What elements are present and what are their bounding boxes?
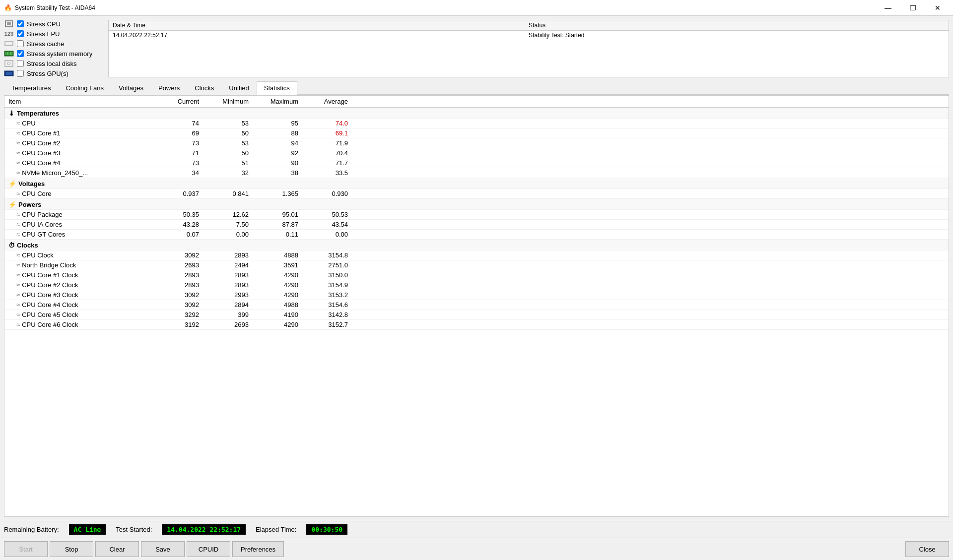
minimize-button[interactable]: —	[877, 0, 899, 16]
stats-item-row: ≈CPU Clock3092289348883154.8	[4, 250, 949, 260]
item-min: 2693	[203, 320, 253, 330]
row-spacer	[352, 158, 949, 168]
tab-unified[interactable]: Unified	[221, 81, 256, 95]
stress-cpu-icon	[4, 20, 14, 28]
item-name: ≈CPU Core #2	[4, 138, 153, 148]
svg-rect-7	[10, 52, 11, 55]
tab-clocks[interactable]: Clocks	[187, 81, 221, 95]
stats-item-row: ≈CPU Core0.9370.8411.3650.930	[4, 189, 949, 199]
log-panel: Date & Time Status 14.04.2022 22:52:17St…	[108, 20, 949, 77]
item-min: 7.50	[203, 220, 253, 230]
tab-voltages[interactable]: Voltages	[111, 81, 151, 95]
item-name: ≈CPU IA Cores	[4, 220, 153, 230]
item-max: 4888	[253, 250, 302, 260]
stress-item-stress-cpu: Stress CPU	[4, 20, 103, 28]
stats-item-row: ≈CPU Core #3 Clock3092299342903153.2	[4, 290, 949, 300]
stress-gpu-icon	[4, 69, 14, 77]
item-name: ≈CPU Core #3	[4, 148, 153, 158]
item-avg: 3154.6	[302, 300, 352, 310]
item-current: 71	[153, 148, 203, 158]
stress-gpu-checkbox[interactable]	[17, 70, 24, 77]
stress-fpu-checkbox[interactable]	[17, 30, 24, 37]
item-current: 3092	[153, 250, 203, 260]
stats-item-row: ≈CPU Core #4 Clock3092289449883154.6	[4, 300, 949, 310]
clear-button[interactable]: Clear	[95, 541, 139, 557]
stress-fpu-label: Stress FPU	[27, 30, 60, 38]
row-spacer	[352, 189, 949, 199]
stress-cpu-label: Stress CPU	[27, 20, 61, 28]
item-min: 2993	[203, 290, 253, 300]
col-current: Current	[153, 96, 203, 108]
stats-table: Item Current Minimum Maximum Average 🌡Te…	[4, 96, 949, 330]
log-status: Stability Test: Started	[525, 31, 949, 40]
test-started-value: 14.04.2022 22:52:17	[162, 524, 246, 535]
item-current: 3092	[153, 290, 203, 300]
item-name: ≈CPU	[4, 119, 153, 128]
item-current: 2893	[153, 270, 203, 280]
stress-item-stress-memory: Stress system memory	[4, 50, 103, 58]
item-current: 3092	[153, 300, 203, 310]
item-current: 3192	[153, 320, 203, 330]
item-max: 95.01	[253, 210, 302, 220]
group-row-voltages: ⚡Voltages	[4, 178, 949, 189]
tab-statistics[interactable]: Statistics	[257, 81, 297, 95]
stats-item-row: ≈CPU Core #1 Clock2893289342903150.0	[4, 270, 949, 280]
item-min: 2893	[203, 280, 253, 290]
top-section: Stress CPU123Stress FPUStress cacheStres…	[4, 20, 949, 77]
row-spacer	[352, 230, 949, 240]
close-button-bar[interactable]: Close	[905, 541, 949, 557]
tab-powers[interactable]: Powers	[151, 81, 187, 95]
close-button[interactable]: ✕	[926, 0, 949, 16]
col-max: Maximum	[253, 96, 302, 108]
stats-item-row: ≈CPU Core #273539471.9	[4, 138, 949, 148]
group-row-temperatures: 🌡Temperatures	[4, 108, 949, 119]
stress-fpu-icon: 123	[4, 30, 14, 38]
item-avg: 33.5	[302, 168, 352, 178]
item-current: 0.07	[153, 230, 203, 240]
start-button[interactable]: Start	[4, 541, 48, 557]
cpuid-button[interactable]: CPUID	[187, 541, 230, 557]
item-max: 38	[253, 168, 302, 178]
stress-gpu-label: Stress GPU(s)	[27, 70, 68, 77]
row-spacer	[352, 168, 949, 178]
item-min: 2494	[203, 260, 253, 270]
item-current: 2693	[153, 260, 203, 270]
stats-item-row: ≈CPU Core #6 Clock3192269342903152.7	[4, 320, 949, 330]
save-button[interactable]: Save	[141, 541, 185, 557]
preferences-button[interactable]: Preferences	[232, 541, 284, 557]
item-avg: 0.930	[302, 189, 352, 199]
item-min: 12.62	[203, 210, 253, 220]
item-min: 2893	[203, 250, 253, 260]
item-max: 4290	[253, 270, 302, 280]
item-name: ≈North Bridge Clock	[4, 260, 153, 270]
stress-cpu-checkbox[interactable]	[17, 20, 24, 27]
battery-label: Remaining Battery:	[4, 526, 59, 533]
item-avg: 50.53	[302, 210, 352, 220]
item-current: 43.28	[153, 220, 203, 230]
item-avg: 74.0	[302, 119, 352, 128]
item-current: 3292	[153, 310, 203, 320]
row-spacer	[352, 320, 949, 330]
row-spacer	[352, 270, 949, 280]
maximize-button[interactable]: ❐	[901, 0, 924, 16]
stress-memory-checkbox[interactable]	[17, 50, 24, 57]
item-current: 73	[153, 138, 203, 148]
tab-temperatures[interactable]: Temperatures	[4, 81, 58, 95]
item-name: ≈CPU Core #1	[4, 128, 153, 138]
stress-cache-checkbox[interactable]	[17, 40, 24, 47]
item-max: 90	[253, 158, 302, 168]
item-avg: 0.00	[302, 230, 352, 240]
tab-cooling-fans[interactable]: Cooling Fans	[58, 81, 111, 95]
stress-disks-checkbox[interactable]	[17, 60, 24, 67]
stress-item-stress-gpu: Stress GPU(s)	[4, 69, 103, 77]
svg-rect-1	[7, 22, 11, 25]
row-spacer	[352, 119, 949, 128]
item-avg: 69.1	[302, 128, 352, 138]
item-name: ≈CPU Core #1 Clock	[4, 270, 153, 280]
log-col-datetime: Date & Time	[109, 20, 525, 31]
item-min: 2894	[203, 300, 253, 310]
stress-cache-label: Stress cache	[27, 40, 64, 48]
stop-button[interactable]: Stop	[50, 541, 93, 557]
stress-cache-icon	[4, 40, 14, 48]
stats-scroll[interactable]: Item Current Minimum Maximum Average 🌡Te…	[4, 96, 949, 516]
